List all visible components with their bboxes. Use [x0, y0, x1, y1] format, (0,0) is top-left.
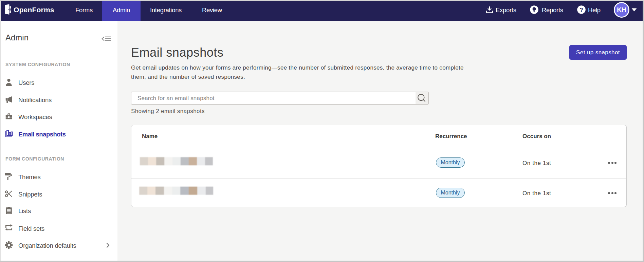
svg-text:?: ?: [579, 7, 583, 13]
